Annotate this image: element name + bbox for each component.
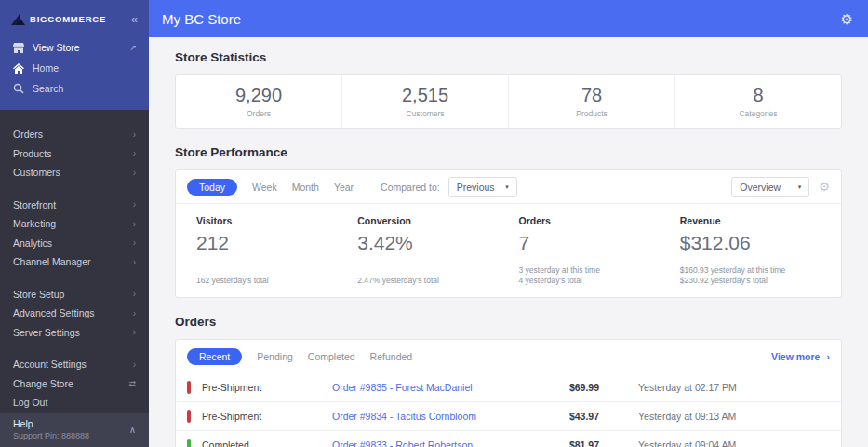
metric-subtext: 4 yesterday's total [519,276,680,286]
stat-label: Products [576,109,608,118]
vertical-divider [367,179,367,196]
settings-gear-icon[interactable]: ⚙ [841,12,853,26]
metric-visitors: Visitors 212 162 yesterday's total [196,215,357,286]
order-time: Yesterday at 02:17 PM [625,382,830,393]
order-price: $69.99 [541,382,625,393]
store-statistics-card: 9,290 Orders 2,515 Customers 78 Products… [175,74,842,129]
order-time: Yesterday at 09:13 AM [625,411,830,422]
sidebar-item-customers[interactable]: Customers › [0,163,149,183]
chevron-right-icon: › [133,148,136,158]
sidebar-item-account-settings[interactable]: Account Settings › [0,355,149,374]
metric-subtext [196,265,357,276]
order-status: Pre-Shipment [202,382,332,393]
stat-value: 9,290 [235,85,282,106]
metric-subtext [357,265,518,276]
support-pin: Support Pin: 888888 [13,431,89,440]
order-link[interactable]: Order #9835 - Forest MacDaniel [332,382,541,393]
order-link[interactable]: Order #9833 - Robert Robertson [332,440,541,447]
collapse-sidebar-icon[interactable]: « [131,12,138,26]
compared-to-select[interactable]: Previous ▾ [448,177,517,197]
chevron-right-icon: › [133,359,136,370]
stat-value: 78 [581,85,602,106]
stat-label: Orders [247,109,271,118]
metric-orders: Orders 7 3 yesterday at this time 4 yest… [519,215,680,286]
stat-value: 8 [753,85,763,106]
swap-icon: ⇄ [128,379,136,388]
chevron-right-icon: › [133,308,136,318]
chevron-up-icon: ∧ [129,425,136,435]
sidebar-item-store-setup[interactable]: Store Setup › [0,285,149,305]
sidebar-item-server-settings[interactable]: Server Settings › [0,323,149,343]
sidebar-item-channel-manager[interactable]: Channel Manager › [0,252,149,272]
tab-week[interactable]: Week [252,182,277,193]
metric-label: Revenue [680,215,841,226]
sidebar-item-analytics[interactable]: Analytics › [0,234,149,253]
metric-subtext: 2.47% yesterday's total [357,276,518,286]
performance-toolbar: Today Week Month Year Compared to: Previ… [176,170,841,204]
view-more-link[interactable]: View more › [771,351,830,362]
app-window: BIGCOMMERCE « View Store ↗ Home [0,0,868,447]
compared-to-label: Compared to: [381,182,440,193]
store-title: My BC Store [162,11,241,27]
sidebar-item-search[interactable]: Search [0,78,149,99]
chevron-right-icon: › [133,199,136,210]
tab-recent[interactable]: Recent [187,348,242,365]
tab-pending[interactable]: Pending [257,351,293,362]
nav-group-commerce: Orders › Products › Customers › [0,125,149,183]
dashboard-content: Store Statistics 9,290 Orders 2,515 Cust… [149,37,868,447]
status-badge [187,410,191,423]
sidebar-nav: Orders › Products › Customers › Storefro… [0,110,149,413]
logo-text: BIGCOMMERCE [30,14,106,24]
order-link[interactable]: Order #9834 - Tacitus Cornbloom [332,411,541,422]
sidebar-item-products[interactable]: Products › [0,144,149,164]
metric-value: 3.42% [357,232,518,254]
order-price: $81.97 [541,440,625,447]
top-bar: My BC Store ⚙ [149,0,868,37]
order-row: Pre-Shipment Order #9835 - Forest MacDan… [176,373,841,402]
tab-year[interactable]: Year [334,182,354,193]
sidebar-item-view-store[interactable]: View Store ↗ [0,37,149,58]
chevron-right-icon: › [133,289,136,299]
caret-down-icon: ▾ [798,183,802,191]
stat-products: 78 Products [509,75,675,128]
main-area: My BC Store ⚙ Store Statistics 9,290 Ord… [149,0,868,447]
tab-month[interactable]: Month [292,182,319,193]
order-price: $43.97 [541,411,625,422]
sidebar-item-label: Change Store [13,378,73,389]
compared-to-value: Previous [457,182,495,193]
tab-refunded[interactable]: Refunded [370,351,413,362]
sidebar-item-storefront[interactable]: Storefront › [0,196,149,215]
sidebar-item-log-out[interactable]: Log Out [0,393,149,413]
help-text-block: Help Support Pin: 888888 [13,418,89,440]
order-time: Yesterday at 09:04 AM [625,440,830,447]
tab-today[interactable]: Today [187,179,237,196]
sidebar-item-orders[interactable]: Orders › [0,125,149,144]
sidebar-item-label: Search [33,83,63,94]
sidebar-item-label: View Store [33,42,80,53]
nav-group-storefront: Storefront › Marketing › Analytics › Cha… [0,196,149,272]
sidebar-item-advanced-settings[interactable]: Advanced Settings › [0,304,149,323]
stat-categories: 8 Categories [675,75,841,128]
metric-subtext: 3 yesterday at this time [519,265,680,276]
performance-metrics: Visitors 212 162 yesterday's total Conve… [176,204,841,297]
help-bar[interactable]: Help Support Pin: 888888 ∧ [0,413,149,447]
logo-row: BIGCOMMERCE « [0,0,149,37]
sidebar-item-marketing[interactable]: Marketing › [0,214,149,234]
tab-completed[interactable]: Completed [308,351,355,362]
orders-toolbar: Recent Pending Completed Refunded View m… [176,340,841,373]
sidebar-item-label: Server Settings [13,327,80,338]
view-selector[interactable]: Overview ▾ [731,177,809,197]
chevron-right-icon: › [133,219,136,229]
nav-group-account: Account Settings › Change Store ⇄ Log Ou… [0,355,149,413]
metric-label: Conversion [357,215,518,226]
store-performance-title: Store Performance [175,145,842,159]
chevron-right-icon: › [133,129,136,140]
sidebar-item-change-store[interactable]: Change Store ⇄ [0,374,149,394]
performance-settings-gear-icon[interactable]: ⚙ [819,180,830,194]
sidebar-item-label: Customers [13,167,60,178]
view-more-label: View more [771,351,820,362]
sidebar-item-label: Home [33,62,59,74]
chevron-right-icon: › [133,237,136,248]
sidebar-item-home[interactable]: Home [0,58,149,78]
stat-value: 2,515 [402,85,448,106]
